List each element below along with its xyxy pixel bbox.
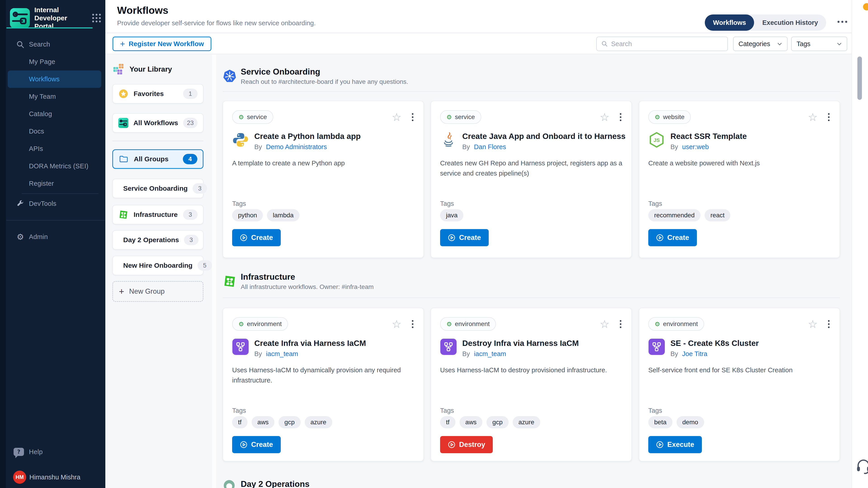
workflow-description: Self-service front end for SE K8s Cluste… [648, 365, 831, 375]
sidebar-item-register[interactable]: Register [0, 175, 105, 192]
favorite-star-icon[interactable]: ☆ [600, 111, 610, 123]
library-item-all-groups[interactable]: All Groups 4 [112, 149, 204, 169]
new-group-label: New Group [129, 287, 164, 295]
tag-pill[interactable]: recommended [648, 209, 701, 221]
tags-row: tf aws gcp azure [440, 416, 540, 428]
kebab-menu-icon[interactable] [619, 319, 622, 329]
tag-pill[interactable]: aws [460, 416, 483, 428]
category-chip[interactable]: ⚙ service [440, 110, 481, 124]
tag-pill[interactable]: lambda [267, 209, 300, 221]
tag-pill[interactable]: tf [440, 416, 456, 428]
by-label: By [671, 350, 678, 358]
tag-pill[interactable]: demo [677, 416, 704, 428]
sidebar-item-label: My Team [29, 93, 56, 100]
category-chip[interactable]: ⚙ website [648, 110, 691, 124]
gear-icon: ⚙ [655, 114, 660, 120]
kebab-menu-icon[interactable] [827, 112, 831, 122]
favorites-star-icon [118, 89, 129, 99]
apps-grid-icon[interactable] [92, 14, 101, 22]
tag-pill[interactable]: gcp [278, 416, 301, 428]
harness-idp-logo-icon[interactable] [10, 8, 30, 28]
workflow-title[interactable]: Create Java App and Onboard it to Harnes… [462, 131, 625, 141]
sidebar-item-my-team[interactable]: My Team [0, 88, 105, 105]
more-options-icon[interactable] [837, 21, 847, 23]
kebab-menu-icon[interactable] [411, 319, 414, 329]
new-group-button[interactable]: + New Group [112, 281, 204, 302]
tag-pill[interactable]: tf [232, 416, 248, 428]
favorite-star-icon[interactable]: ☆ [600, 319, 610, 329]
sidebar-item-apis[interactable]: APIs [0, 140, 105, 158]
library-item-favorites[interactable]: Favorites 1 [112, 84, 204, 103]
library-item-service-onboarding[interactable]: Service Onboarding 3 [112, 179, 204, 198]
favorite-star-icon[interactable]: ☆ [392, 111, 401, 123]
workflow-title[interactable]: Destroy Infra via Harness IaCM [462, 338, 579, 348]
create-button[interactable]: Create [232, 229, 281, 246]
tag-pill[interactable]: python [232, 209, 263, 221]
workflow-title[interactable]: React SSR Template [671, 131, 747, 141]
tag-pill[interactable]: java [440, 209, 463, 221]
library-item-all-workflows[interactable]: All Workflows 23 [112, 113, 204, 133]
tag-pill[interactable]: azure [305, 416, 332, 428]
owner-link[interactable]: iacm_team [474, 350, 506, 358]
toggle-execution-history[interactable]: Execution History [754, 14, 826, 31]
sidebar-item-label: DevTools [29, 200, 57, 207]
owner-link[interactable]: iacm_team [266, 350, 298, 358]
user-menu[interactable]: HM Himanshu Mishra [0, 469, 105, 485]
library-item-new-hire-onboarding[interactable]: New Hire Onboarding 5 [112, 256, 204, 275]
tag-pill[interactable]: beta [648, 416, 673, 428]
execute-button[interactable]: Execute [648, 436, 702, 453]
workflows-logo-icon [118, 118, 128, 128]
tag-pill[interactable]: gcp [487, 416, 508, 428]
scrollbar-thumb[interactable] [857, 57, 862, 100]
tags-dropdown[interactable]: Tags [791, 37, 847, 51]
register-new-workflow-button[interactable]: + Register New Workflow [113, 37, 211, 51]
count-badge: 3 [193, 183, 207, 194]
sidebar-item-workflows[interactable]: Workflows [8, 70, 101, 88]
category-chip[interactable]: ⚙ environment [440, 317, 496, 331]
library-item-label: Favorites [133, 90, 164, 98]
destroy-button[interactable]: Destroy [440, 436, 493, 453]
support-headset-icon[interactable] [855, 457, 868, 475]
workflow-title[interactable]: SE - Create K8s Cluster [671, 338, 759, 348]
owner-link[interactable]: user:web [682, 143, 709, 151]
sidebar-item-dora-metrics[interactable]: DORA Metrics (SEI) [0, 158, 105, 175]
workflow-title[interactable]: Create Infra via Harness IaCM [254, 338, 366, 348]
scrollbar-track[interactable] [851, 0, 868, 488]
sidebar-item-docs[interactable]: Docs [0, 123, 105, 140]
gear-icon: ⚙ [16, 233, 25, 241]
sidebar-item-my-page[interactable]: My Page [0, 53, 105, 70]
categories-dropdown[interactable]: Categories [733, 37, 787, 51]
owner-link[interactable]: Demo Administrators [266, 143, 327, 151]
kebab-menu-icon[interactable] [619, 112, 622, 122]
owner-link[interactable]: Dan Flores [474, 143, 506, 151]
workflow-title[interactable]: Create a Python lambda app [254, 131, 361, 141]
favorite-star-icon[interactable]: ☆ [808, 319, 817, 329]
count-badge: 3 [184, 235, 198, 245]
category-chip[interactable]: ⚙ service [232, 110, 273, 124]
search-input[interactable] [611, 40, 723, 48]
sidebar-item-catalog[interactable]: Catalog [0, 105, 105, 123]
sidebar-item-search[interactable]: Search [0, 36, 105, 53]
sidebar-item-devtools[interactable]: DevTools [0, 195, 105, 213]
create-button[interactable]: Create [648, 229, 697, 246]
sidebar-item-admin[interactable]: ⚙ Admin [0, 228, 105, 246]
create-button[interactable]: Create [232, 436, 281, 453]
toggle-workflows[interactable]: Workflows [705, 14, 754, 31]
action-label: Create [459, 234, 481, 242]
gear-icon: ⚙ [239, 114, 244, 120]
kebab-menu-icon[interactable] [827, 319, 831, 329]
library-item-infrastructure[interactable]: Infrastructure 3 [112, 205, 204, 224]
category-chip[interactable]: ⚙ environment [232, 317, 288, 331]
kebab-menu-icon[interactable] [411, 112, 414, 122]
sidebar-item-help[interactable]: ? Help [0, 443, 105, 460]
create-button[interactable]: Create [440, 229, 489, 246]
section-subtitle: All infrastructure workflows. Owner: #in… [241, 283, 374, 291]
owner-link[interactable]: Joe Titra [682, 350, 707, 358]
tag-pill[interactable]: react [705, 209, 730, 221]
library-item-day2-operations[interactable]: Day 2 Operations 3 [112, 230, 204, 250]
category-chip[interactable]: ⚙ environment [648, 317, 704, 331]
favorite-star-icon[interactable]: ☆ [808, 111, 817, 123]
favorite-star-icon[interactable]: ☆ [392, 319, 401, 329]
tag-pill[interactable]: aws [252, 416, 275, 428]
tag-pill[interactable]: azure [513, 416, 540, 428]
